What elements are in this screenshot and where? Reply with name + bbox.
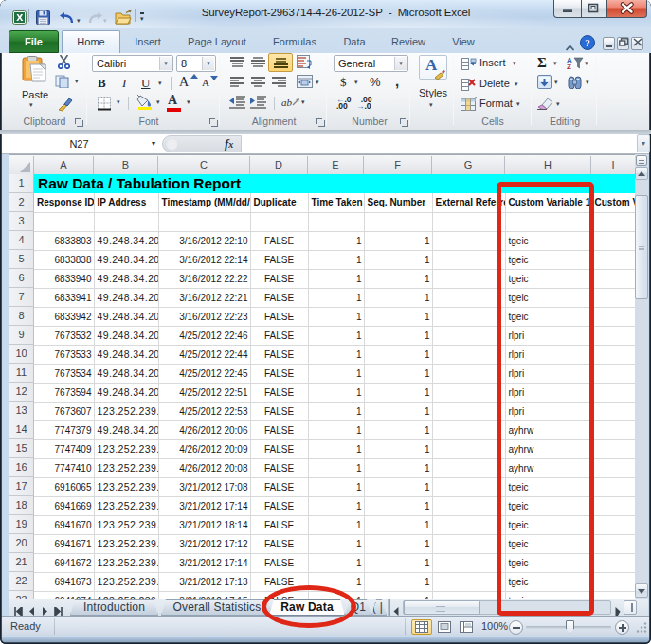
svg-text:ab: ab	[281, 97, 293, 108]
svg-text:?: ?	[585, 37, 590, 48]
svg-text:Z: Z	[567, 63, 571, 69]
